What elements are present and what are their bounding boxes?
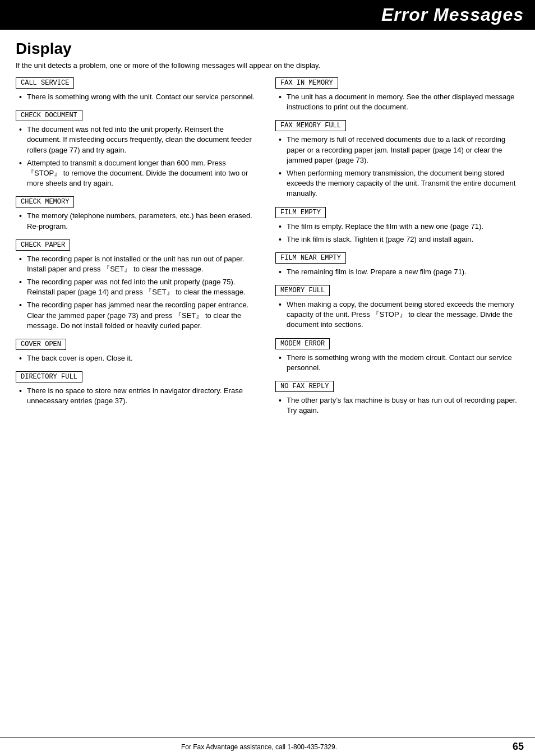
list-item: There is something wrong with the unit. …: [18, 92, 260, 102]
error-label: MEMORY FULL: [275, 285, 330, 296]
section-title: Display: [16, 40, 519, 58]
error-block: NO FAX REPLYThe other party’s fax machin…: [275, 381, 519, 416]
error-label: MODEM ERROR: [275, 338, 330, 349]
error-block: CHECK MEMORYThe memory (telephone number…: [16, 196, 260, 231]
list-item: Attempted to transmit a document longer …: [18, 158, 260, 189]
footer-text: For Fax Advantage assistance, call 1-800…: [11, 743, 507, 751]
list-item: The memory (telephone numbers, parameter…: [18, 211, 260, 231]
error-label: FAX IN MEMORY: [275, 77, 338, 89]
error-block: CALL SERVICEThere is something wrong wit…: [16, 77, 260, 102]
list-item: The document was not fed into the unit p…: [18, 125, 260, 155]
error-block: FAX IN MEMORYThe unit has a document in …: [275, 77, 519, 112]
list-item: The film is empty. Replace the film with…: [278, 222, 519, 232]
list-item: There is something wrong with the modem …: [278, 353, 519, 373]
list-item: The back cover is open. Close it.: [18, 353, 260, 363]
list-item: The other party’s fax machine is busy or…: [278, 395, 519, 416]
list-item: The recording paper is not installed or …: [18, 254, 260, 274]
error-label: CHECK PAPER: [16, 239, 70, 251]
list-item: There is no space to store new entries i…: [18, 386, 260, 406]
right-column: FAX IN MEMORYThe unit has a document in …: [275, 77, 519, 423]
error-block: DIRECTORY FULLThere is no space to store…: [16, 371, 260, 406]
page-title: Error Messages: [0, 4, 524, 25]
error-block: MEMORY FULLWhen making a copy, the docum…: [275, 285, 519, 330]
list-item: When performing memory transmission, the…: [278, 168, 519, 199]
error-label: CHECK MEMORY: [16, 196, 74, 208]
list-item: The memory is full of received documents…: [278, 135, 519, 165]
error-label: FILM EMPTY: [275, 207, 326, 218]
list-item: The recording paper was not fed into the…: [18, 277, 260, 297]
error-label: COVER OPEN: [16, 339, 66, 350]
error-block: FILM NEAR EMPTYThe remaining film is low…: [275, 252, 519, 277]
error-block: COVER OPENThe back cover is open. Close …: [16, 339, 260, 363]
error-block: MODEM ERRORThere is something wrong with…: [275, 338, 519, 373]
left-column: CALL SERVICEThere is something wrong wit…: [16, 77, 260, 423]
error-label: CHECK DOCUMENT: [16, 110, 82, 121]
page-footer: For Fax Advantage assistance, call 1-800…: [0, 737, 535, 756]
list-item: The remaining film is low. Prepare a new…: [278, 267, 519, 277]
list-item: The ink film is slack. Tighten it (page …: [278, 234, 519, 245]
error-label: FAX MEMORY FULL: [275, 120, 346, 131]
error-block: FILM EMPTYThe film is empty. Replace the…: [275, 207, 519, 245]
error-label: DIRECTORY FULL: [16, 371, 82, 382]
error-block: CHECK DOCUMENTThe document was not fed i…: [16, 110, 260, 188]
error-block: CHECK PAPERThe recording paper is not in…: [16, 239, 260, 331]
error-label: CALL SERVICE: [16, 77, 74, 89]
page-header: Error Messages: [0, 0, 535, 30]
error-label: NO FAX REPLY: [275, 381, 334, 392]
list-item: The recording paper has jammed near the …: [18, 300, 260, 331]
error-label: FILM NEAR EMPTY: [275, 252, 346, 264]
error-block: FAX MEMORY FULLThe memory is full of rec…: [275, 120, 519, 199]
list-item: When making a copy, the document being s…: [278, 299, 519, 330]
intro-text: If the unit detects a problem, one or mo…: [16, 61, 519, 70]
page-number: 65: [513, 741, 524, 753]
list-item: The unit has a document in memory. See t…: [278, 92, 519, 112]
